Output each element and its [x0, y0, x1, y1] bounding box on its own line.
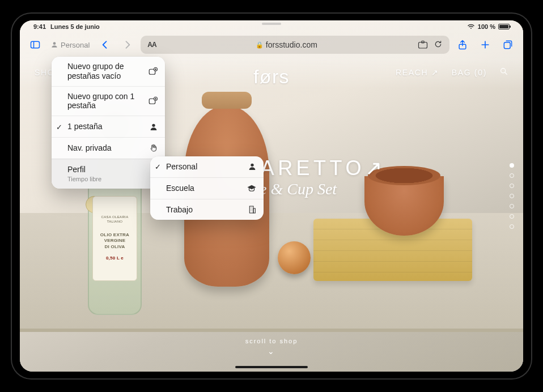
site-nav-bag[interactable]: BAG (0) [452, 68, 487, 77]
home-indicator [235, 366, 308, 368]
svg-point-7 [501, 69, 506, 73]
checkmark-icon: ✓ [155, 163, 161, 171]
profile-option-work[interactable]: Trabajo [150, 199, 264, 220]
url-host: forsstudio.com [266, 40, 317, 49]
wifi-icon [467, 24, 475, 29]
forward-button [118, 36, 137, 54]
page-dots[interactable] [510, 163, 514, 229]
profile-indicator[interactable]: Personal [48, 41, 92, 49]
share-button[interactable] [453, 36, 472, 54]
reader-aa-button[interactable]: AA [145, 41, 158, 49]
chevron-down-icon: ⌄ [245, 347, 298, 356]
lock-icon: 🔒 [256, 41, 264, 49]
svg-point-13 [152, 123, 155, 126]
tab-groups-menu: Nuevo grupo de pestañas vacío Nuevo grup… [52, 57, 165, 189]
site-nav-reach[interactable]: REACH ↗ [396, 68, 439, 77]
profile-option-school[interactable]: Escuela [150, 177, 264, 199]
menu-private-browsing[interactable]: Nav. privada [52, 137, 165, 159]
sidebar-toggle-button[interactable] [26, 36, 45, 54]
menu-one-tab[interactable]: ✓ 1 pestaña [52, 116, 165, 137]
reload-button[interactable] [431, 40, 445, 50]
checkmark-icon: ✓ [56, 122, 62, 131]
back-button[interactable] [95, 36, 114, 54]
url-bar[interactable]: AA 🔒 forsstudio.com [141, 36, 449, 54]
site-logo[interactable]: førs [253, 66, 290, 88]
status-time: 9:41 [33, 23, 46, 30]
svg-rect-17 [253, 208, 255, 213]
graduation-cap-icon [244, 184, 257, 192]
window-grabber [262, 23, 281, 25]
profile-submenu: ✓ Personal Escuela Trabajo [150, 156, 264, 220]
tabs-overview-button[interactable] [498, 36, 517, 54]
menu-new-group-one-tab[interactable]: Nuevo grupo con 1 pestaña [52, 86, 165, 116]
profile-option-personal[interactable]: ✓ Personal [150, 156, 264, 177]
bottle-label: CASA OLEARIA TALIANO OLIO EXTRA VERGINE … [92, 196, 137, 281]
menu-profile[interactable]: Perfil Tiempo libre [52, 159, 165, 189]
status-date: Lunes 5 de junio [50, 23, 100, 30]
private-hand-icon [146, 143, 158, 152]
scroll-hint: scroll to shop ⌄ [245, 338, 298, 356]
new-tab-button[interactable] [476, 36, 495, 54]
profile-indicator-label: Personal [61, 41, 90, 49]
browser-toolbar: Personal AA 🔒 forsstudio.com [20, 33, 523, 57]
battery-pct: 100 % [478, 23, 495, 30]
search-icon[interactable] [499, 67, 508, 78]
person-icon [244, 162, 257, 171]
building-icon [244, 205, 257, 214]
svg-rect-16 [249, 206, 253, 213]
svg-line-8 [505, 73, 507, 74]
svg-point-15 [251, 164, 253, 167]
svg-rect-6 [504, 42, 510, 49]
battery-icon [498, 24, 510, 29]
new-group-icon [146, 96, 158, 105]
new-group-icon [146, 67, 158, 76]
menu-new-empty-group[interactable]: Nuevo grupo de pestañas vacío [52, 57, 165, 86]
extensions-button[interactable] [414, 40, 431, 49]
svg-point-2 [53, 42, 56, 45]
svg-rect-0 [31, 41, 40, 48]
person-icon [146, 122, 158, 131]
